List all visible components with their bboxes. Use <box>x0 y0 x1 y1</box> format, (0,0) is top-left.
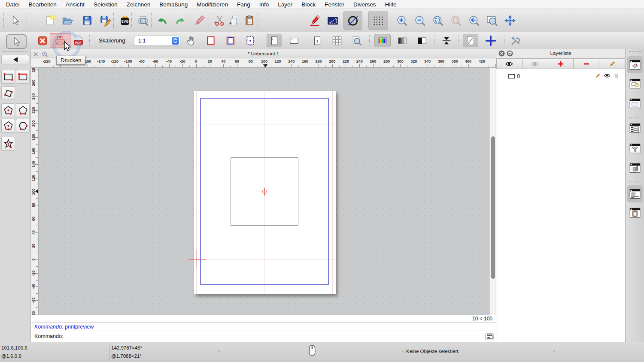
save-button[interactable] <box>79 11 95 30</box>
zoom-selection-button[interactable] <box>448 11 464 30</box>
panel-grip[interactable] <box>629 51 641 53</box>
margins-button[interactable] <box>223 34 238 47</box>
layer-row[interactable]: 0 <box>496 72 625 81</box>
scrollbar-thumb[interactable] <box>491 136 495 279</box>
settings-button[interactable] <box>508 34 523 47</box>
crosshair-button[interactable] <box>483 34 498 47</box>
single-page-button[interactable]: 1 <box>310 34 325 47</box>
zoom-window-icon <box>486 15 498 27</box>
block-list-window-button[interactable] <box>629 77 641 90</box>
open-file-button[interactable] <box>59 11 76 30</box>
pan-button[interactable] <box>502 11 518 30</box>
full-color-button[interactable] <box>374 34 391 47</box>
previous-view-button[interactable] <box>466 11 482 30</box>
zoom-window-button[interactable] <box>484 11 500 30</box>
library-browser-window-button[interactable] <box>629 97 641 110</box>
undo-button[interactable] <box>154 11 170 30</box>
layer-visibility-button[interactable] <box>604 73 611 80</box>
scale-select[interactable]: 1:1 <box>134 36 180 46</box>
clipboard-window-button[interactable] <box>629 206 641 219</box>
back-button[interactable] <box>1 55 29 64</box>
command-input[interactable]: Kommando: <box>31 331 496 342</box>
menu-item[interactable]: Block <box>301 1 316 8</box>
panel-grip[interactable] <box>3 51 27 53</box>
menu-item[interactable]: Hilfe <box>385 1 396 8</box>
zoom-page-button[interactable] <box>349 34 364 47</box>
restrict-nothing-button[interactable] <box>343 11 362 30</box>
close-print-preview-button[interactable] <box>35 34 50 47</box>
menu-item[interactable]: Selektion <box>94 1 118 8</box>
polygon-center-corner-button[interactable] <box>1 103 15 117</box>
menu-item[interactable]: Layer <box>278 1 292 8</box>
show-all-layers-button[interactable] <box>496 58 522 69</box>
zoom-in-button[interactable] <box>394 11 410 30</box>
save-as-button[interactable] <box>97 11 113 30</box>
multi-page-button[interactable] <box>330 34 344 47</box>
command-window-button[interactable] <box>485 333 494 340</box>
layer-list-window-button[interactable] <box>627 56 643 73</box>
black-white-button[interactable] <box>415 34 429 47</box>
pdf-export-button[interactable]: PDF <box>71 34 86 47</box>
ruler-tick <box>36 307 38 308</box>
menu-item[interactable]: Modifizieren <box>197 1 228 8</box>
pan-hand-button[interactable] <box>184 34 198 47</box>
rectangle-2-corners-button[interactable] <box>1 70 15 84</box>
selection-filter-window-button[interactable] <box>629 142 641 155</box>
draw-order-button[interactable] <box>307 11 323 30</box>
fit-to-page-button[interactable] <box>243 34 258 47</box>
menu-item[interactable]: Datei <box>6 1 20 8</box>
menu-item[interactable]: Info <box>259 1 269 8</box>
menu-item[interactable]: Diverses <box>353 1 376 8</box>
delete-button[interactable] <box>191 11 208 30</box>
menu-item[interactable]: Bemaßung <box>159 1 188 8</box>
command-line-window-button[interactable] <box>627 185 643 202</box>
new-document-button[interactable] <box>42 11 58 30</box>
menu-item[interactable]: Zeichnen <box>127 1 151 8</box>
landscape-button[interactable] <box>286 34 302 47</box>
svg-export-button[interactable]: SVG <box>117 11 133 30</box>
redo-button[interactable] <box>173 11 189 30</box>
ortho-button[interactable] <box>325 11 341 30</box>
rectangle-size-button[interactable] <box>16 70 30 84</box>
layer-edit-button[interactable] <box>594 73 601 80</box>
menu-item[interactable]: Ansicht <box>66 1 85 8</box>
mouse-pointer-button[interactable] <box>7 11 23 30</box>
red-pencil-icon <box>309 15 321 27</box>
pen-toolbar-window-button[interactable] <box>629 162 641 175</box>
ruler-label: -40 <box>31 280 36 293</box>
hide-all-layers-button[interactable] <box>522 58 548 69</box>
copy-button[interactable] <box>226 11 242 30</box>
edit-layer-button[interactable] <box>599 58 625 69</box>
print-preview-button[interactable] <box>135 11 151 30</box>
property-editor-window-button[interactable] <box>629 122 641 135</box>
drawing-canvas[interactable] <box>39 68 489 315</box>
remove-layer-button[interactable] <box>574 58 599 69</box>
rectangle-rotated-button[interactable] <box>1 86 15 100</box>
menu-item[interactable]: Fang <box>237 1 250 8</box>
auto-zoom-button[interactable] <box>430 11 446 30</box>
vertical-ruler: -80-60-40-200204060801001201401601802002… <box>31 68 39 315</box>
cut-button[interactable] <box>211 11 228 30</box>
vertical-scrollbar[interactable] <box>489 68 495 315</box>
add-layer-button[interactable] <box>548 58 574 69</box>
polygon-2-corners-button[interactable] <box>16 103 30 117</box>
paste-button[interactable] <box>241 11 258 30</box>
page-borders-button[interactable] <box>463 34 478 47</box>
grayscale-button[interactable] <box>395 34 410 47</box>
ruler-label: -120 <box>111 59 118 63</box>
svg-text:1: 1 <box>316 39 318 43</box>
hexagon-button[interactable] <box>16 119 30 133</box>
polygon-center-side-button[interactable] <box>1 119 15 133</box>
menu-item[interactable]: Bearbeiten <box>29 1 57 8</box>
paper-borders-button[interactable] <box>204 34 218 47</box>
star-button[interactable] <box>1 137 15 151</box>
grid-toggle-button[interactable] <box>368 11 388 30</box>
layer-lock-button[interactable] <box>613 73 620 80</box>
portrait-button[interactable] <box>267 34 282 47</box>
vertical-center-button[interactable] <box>439 34 454 47</box>
zoom-out-button[interactable] <box>412 11 428 30</box>
mouse-pointer-selected-button[interactable] <box>6 34 27 49</box>
print-button[interactable] <box>51 34 70 47</box>
stepper-icon[interactable] <box>172 37 179 45</box>
menu-item[interactable]: Fenster <box>325 1 344 8</box>
